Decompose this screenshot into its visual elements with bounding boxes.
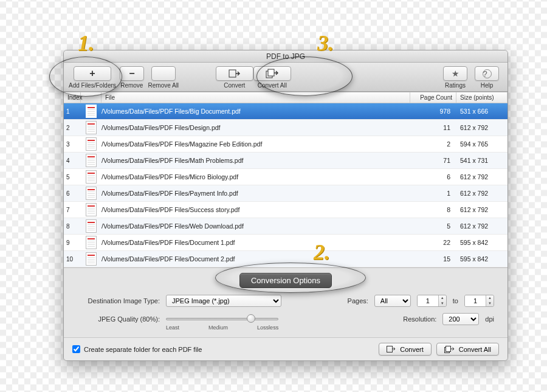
pdf-thumb-icon [86, 105, 97, 118]
row-thumb [81, 105, 101, 118]
table-row[interactable]: 2/Volumes/Data/Files/PDF Files/Design.pd… [64, 120, 507, 136]
table-row[interactable]: 3/Volumes/Data/Files/PDF Files/Magazine … [64, 136, 507, 153]
row-index: 8 [64, 223, 81, 230]
separate-folder-label: Create separate folder for each PDF file [84, 346, 202, 353]
table-body: 1/Volumes/Data/Files/PDF Files/Big Docum… [64, 103, 507, 267]
row-index: 7 [64, 207, 81, 213]
table-row[interactable]: 6/Volumes/Data/Files/PDF Files/Payment I… [64, 185, 507, 202]
app-window: PDF to JPG + Add Files/Folders − Remove … [63, 50, 508, 361]
row-pages: 1 [410, 190, 456, 197]
col-size[interactable]: Size (points) [456, 92, 507, 103]
row-pages: 8 [410, 206, 456, 213]
row-pages: 2 [410, 140, 456, 148]
pdf-thumb-icon [86, 203, 97, 216]
conversion-options-panel: Conversion Options Destination Image Typ… [64, 268, 507, 337]
pages-to-input[interactable] [465, 295, 486, 306]
row-thumb [81, 252, 101, 266]
row-thumb [81, 154, 101, 167]
row-index: 1 [64, 108, 81, 115]
row-file: /Volumes/Data/Files/PDF Files/Math Probl… [101, 157, 410, 164]
table-row[interactable]: 5/Volumes/Data/Files/PDF Files/Micro Bio… [64, 169, 507, 185]
help-icon: ? [483, 69, 492, 78]
row-pages: 15 [410, 255, 456, 263]
row-size: 531 x 666 [456, 108, 507, 115]
window-title: PDF to JPG [266, 52, 305, 61]
row-index: 2 [64, 125, 81, 131]
row-pages: 71 [410, 157, 456, 164]
help-label: Help [481, 82, 494, 89]
pages-to-spinner[interactable]: ▲▼ [464, 295, 494, 307]
remove-all-label: Remove All [148, 82, 179, 89]
tick-medium: Medium [208, 325, 228, 331]
table-row[interactable]: 7/Volumes/Data/Files/PDF Files/Success s… [64, 202, 507, 218]
pages-mode-select[interactable]: All [374, 295, 411, 307]
row-file: /Volumes/Data/Files/PDF Files/Success st… [101, 206, 410, 213]
pdf-thumb-icon [86, 154, 97, 167]
ratings-button[interactable]: ★ Ratings [439, 64, 471, 91]
pages-label: Pages: [348, 297, 368, 304]
row-thumb [81, 137, 101, 151]
convert-button[interactable]: Convert [216, 64, 253, 91]
titlebar: PDF to JPG [64, 50, 507, 63]
conversion-options-title: Conversion Options [239, 273, 332, 288]
col-page-count[interactable]: Page Count [410, 92, 456, 103]
resolution-select[interactable]: 200 [442, 313, 479, 325]
svg-rect-5 [446, 346, 450, 352]
table-row[interactable]: 4/Volumes/Data/Files/PDF Files/Math Prob… [64, 153, 507, 169]
pages-from-input[interactable] [418, 295, 438, 306]
tick-least: Least [166, 325, 179, 331]
footer-bar: Create separate folder for each PDF file… [64, 337, 507, 360]
col-file[interactable]: File [101, 92, 410, 103]
convert-all-button[interactable]: Convert All [253, 64, 291, 91]
add-files-button[interactable]: + Add Files/Folders [69, 64, 116, 91]
pdf-thumb-icon [86, 187, 97, 200]
pdf-thumb-icon [86, 219, 97, 233]
row-size: 612 x 792 [456, 206, 507, 213]
quality-label: JPEG Quality (80%): [77, 315, 160, 323]
row-file: /Volumes/Data/Files/PDF Files/Design.pdf [101, 124, 410, 131]
minus-icon: − [129, 68, 134, 79]
remove-all-button[interactable]: Remove All [148, 64, 179, 91]
row-index: 10 [64, 256, 81, 263]
table-row[interactable]: 8/Volumes/Data/Files/PDF Files/Web Downl… [64, 218, 507, 235]
tick-lossless: Lossless [257, 325, 278, 331]
convert-all-label: Convert All [258, 82, 287, 89]
pdf-thumb-icon [86, 170, 97, 184]
footer-convert-button[interactable]: Convert [379, 343, 432, 356]
footer-convert-all-button[interactable]: Convert All [436, 343, 499, 356]
star-icon: ★ [452, 69, 459, 78]
row-size: 595 x 842 [456, 255, 507, 263]
row-file: /Volumes/Data/Files/PDF Files/Document 1… [101, 239, 410, 246]
row-file: /Volumes/Data/Files/PDF Files/Magazine F… [101, 140, 410, 148]
row-pages: 22 [410, 239, 456, 246]
row-index: 5 [64, 174, 81, 181]
separate-folder-checkbox[interactable] [72, 345, 80, 353]
convert-all-icon [444, 345, 455, 353]
row-size: 595 x 842 [456, 239, 507, 246]
row-thumb [81, 187, 101, 200]
row-size: 612 x 792 [456, 124, 507, 131]
table-row[interactable]: 1/Volumes/Data/Files/PDF Files/Big Docum… [64, 103, 507, 120]
col-thumb[interactable] [81, 92, 101, 103]
remove-button[interactable]: − Remove [116, 64, 148, 91]
ratings-label: Ratings [445, 82, 466, 89]
row-index: 9 [64, 239, 81, 246]
pdf-thumb-icon [86, 137, 97, 151]
row-thumb [81, 219, 101, 233]
row-pages: 11 [410, 124, 456, 131]
table-row[interactable]: 10/Volumes/Data/Files/PDF Files/Document… [64, 251, 507, 267]
quality-slider[interactable]: Least Medium Lossless [166, 314, 278, 325]
remove-label: Remove [120, 82, 143, 89]
row-size: 594 x 765 [456, 140, 507, 148]
dest-type-select[interactable]: JPEG Image (*.jpg) [166, 295, 281, 307]
pages-to-label: to [453, 297, 458, 304]
row-size: 541 x 731 [456, 157, 507, 164]
pdf-thumb-icon [86, 252, 97, 266]
row-pages: 978 [410, 108, 456, 115]
row-index: 6 [64, 190, 81, 197]
pdf-thumb-icon [86, 121, 97, 134]
col-index[interactable]: Index [64, 92, 81, 103]
pages-from-spinner[interactable]: ▲▼ [417, 295, 447, 307]
help-button[interactable]: ? Help [471, 64, 503, 91]
table-row[interactable]: 9/Volumes/Data/Files/PDF Files/Document … [64, 235, 507, 251]
